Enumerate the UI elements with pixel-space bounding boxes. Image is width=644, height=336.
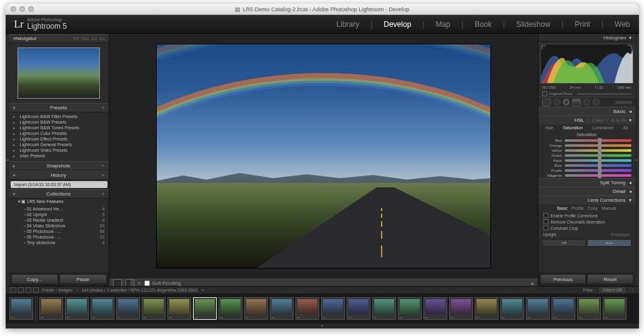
collection-item[interactable]: ▫ 02 Upright3	[9, 212, 109, 217]
lens-tab-color[interactable]: Color	[588, 206, 598, 210]
collection-item[interactable]: ▫ 05 Photobook - ...66	[9, 229, 109, 234]
filmstrip-thumb[interactable]: •••••	[9, 297, 33, 320]
upright-off-button[interactable]: Off	[542, 239, 587, 247]
nav-fwd-icon[interactable]	[33, 287, 39, 293]
grid-icon[interactable]	[18, 287, 24, 293]
collection-item[interactable]: ▫ 01 Advanced He...4	[9, 206, 109, 212]
brush-tool-icon[interactable]	[593, 99, 600, 106]
sat-slider-orange[interactable]: Orange	[538, 143, 635, 148]
module-slideshow[interactable]: Slideshow	[516, 20, 550, 29]
collections-header[interactable]: ▾Collections+	[9, 189, 109, 199]
redeye-tool-icon[interactable]	[563, 99, 570, 106]
filmstrip-thumb[interactable]: •••••	[500, 297, 524, 320]
lens-corrections-header[interactable]: Lens Corrections▾	[538, 195, 635, 204]
filmstrip-thumb[interactable]: •••••	[39, 297, 63, 320]
filmstrip-thumb[interactable]: •••••	[65, 297, 89, 320]
module-library[interactable]: Library	[336, 20, 359, 29]
filmstrip-thumb[interactable]: •••••	[398, 297, 422, 320]
sat-slider-purple[interactable]: Purple	[538, 168, 635, 173]
filmstrip-thumb[interactable]: •••••	[449, 297, 473, 320]
compare-icon[interactable]	[126, 279, 134, 286]
filmstrip-thumb[interactable]: •••••	[244, 297, 268, 320]
preset-folder[interactable]: Lightroom B&W Filter Presets	[9, 114, 109, 119]
right-edge-toggle[interactable]: ▸	[635, 34, 639, 286]
filmstrip-thumb[interactable]: •••••	[552, 297, 575, 320]
detail-header[interactable]: Detail◂	[538, 187, 635, 195]
histogram-header[interactable]: Histogram▾	[538, 34, 635, 42]
nav-mode-fit[interactable]: FIT	[74, 37, 79, 41]
lens-check[interactable]: Constrain Crop	[538, 225, 635, 231]
filmstrip-thumb[interactable]: •••••	[321, 297, 345, 320]
sat-slider-green[interactable]: Green	[538, 153, 635, 158]
filmstrip-thumb[interactable]: •••••	[193, 297, 217, 320]
sat-slider-aqua[interactable]: Aqua	[538, 158, 635, 163]
radial-filter-icon[interactable]	[583, 99, 590, 106]
module-map[interactable]: Map	[435, 20, 450, 29]
soft-proofing-toggle[interactable]: Soft Proofing	[144, 280, 181, 286]
navigator-preview[interactable]	[9, 43, 109, 103]
filmstrip-thumb[interactable]: •••••	[270, 297, 294, 320]
collection-item[interactable]: ▫ 06 Photobook - ...22	[9, 234, 109, 240]
nav-mode-fill[interactable]: FILL	[82, 37, 89, 41]
filmstrip-thumb[interactable]: •••••	[219, 297, 242, 320]
lens-check[interactable]: Remove Chromatic Aberration	[538, 219, 635, 225]
filmstrip-thumb[interactable]: •••••	[526, 297, 550, 320]
preset-folder[interactable]: Lightroom General Presets	[9, 142, 109, 147]
hsl-tab-saturation[interactable]: Saturation	[563, 126, 583, 130]
loupe-view[interactable]	[109, 34, 538, 279]
filmstrip-thumb[interactable]: •••••	[295, 297, 319, 320]
loupe-icon[interactable]	[113, 279, 122, 286]
copy-button[interactable]: Copy...	[11, 274, 59, 284]
module-print[interactable]: Print	[575, 20, 590, 29]
preset-folder[interactable]: Lightroom B&W Toned Presets	[9, 125, 109, 131]
histogram[interactable]	[540, 44, 633, 84]
collection-item[interactable]: ▫ 04 Video Slideshow54	[9, 223, 109, 229]
nav-back-icon[interactable]	[26, 287, 31, 293]
crop-tool-icon[interactable]	[542, 99, 551, 106]
previous-button[interactable]: Previous	[540, 274, 587, 284]
sat-slider-blue[interactable]: Blue	[538, 163, 635, 168]
filmstrip-thumb[interactable]: •••••	[167, 297, 191, 320]
preset-folder[interactable]: Lightroom Color Presets	[9, 131, 109, 136]
filmstrip-thumb[interactable]: •••••	[577, 297, 601, 320]
filmstrip-thumb[interactable]: •••••	[91, 297, 114, 320]
basic-header[interactable]: Basic◂	[538, 107, 635, 116]
paste-button[interactable]: Paste	[59, 274, 107, 284]
sat-slider-yellow[interactable]: Yellow	[538, 148, 635, 153]
reanalyze-button[interactable]: Reanalyze	[611, 232, 630, 237]
sat-slider-magenta[interactable]: Magenta	[538, 173, 635, 178]
preset-folder[interactable]: User Presets	[9, 153, 109, 159]
upright-auto-button[interactable]: Auto	[587, 239, 632, 247]
preset-folder[interactable]: Lightroom Video Presets	[9, 147, 109, 153]
hsl-tab-luminance[interactable]: Luminance	[592, 126, 613, 130]
snapshots-header[interactable]: ▸Snapshots+	[9, 161, 109, 170]
filmstrip-thumb[interactable]: •••••	[603, 297, 627, 320]
module-web[interactable]: Web	[615, 20, 630, 29]
collection-item[interactable]: ▫ 03 Radial Gradient4	[9, 217, 109, 223]
toolbar-expand-icon[interactable]: ▴	[531, 280, 534, 286]
presets-header[interactable]: ▾Presets+	[9, 103, 109, 112]
preset-folder[interactable]: Lightroom Effect Presets	[9, 136, 109, 142]
filmstrip[interactable]: ••••••••••••••••••••••••••••••••••••••••…	[6, 294, 639, 324]
toolbar-chevron-icon[interactable]: ▾	[138, 280, 141, 286]
hsl-tab-all[interactable]: All	[623, 126, 628, 130]
collection-item[interactable]: ▫ Tiny slideshow4	[9, 240, 109, 245]
reset-button[interactable]: Reset	[587, 274, 633, 284]
bottom-edge-toggle[interactable]: ▾	[6, 324, 639, 329]
filmstrip-thumb[interactable]: •••••	[347, 297, 370, 320]
module-book[interactable]: Book	[475, 20, 492, 29]
filters-off-button[interactable]: Filters Off	[599, 287, 625, 293]
filter-lock-icon[interactable]: ⬚	[630, 288, 634, 293]
collection-set[interactable]: ▾ ▣ LR5 New Features	[9, 199, 109, 205]
history-header[interactable]: ▾History×	[9, 170, 109, 180]
folder-path[interactable]: Folder : Images	[42, 288, 73, 292]
filmstrip-thumb[interactable]: •••••	[424, 297, 447, 320]
hsl-header[interactable]: HSL/ Color/ B & W▾	[538, 116, 635, 124]
soft-proofing-checkbox[interactable]	[144, 280, 150, 286]
sat-slider-red[interactable]: Red	[538, 138, 635, 143]
lens-tab-profile[interactable]: Profile	[572, 206, 584, 210]
filmstrip-thumb[interactable]: •••••	[116, 297, 140, 320]
preset-folder[interactable]: Lightroom B&W Presets	[9, 119, 109, 125]
spot-tool-icon[interactable]	[553, 99, 560, 106]
second-window-icon[interactable]	[11, 287, 16, 293]
